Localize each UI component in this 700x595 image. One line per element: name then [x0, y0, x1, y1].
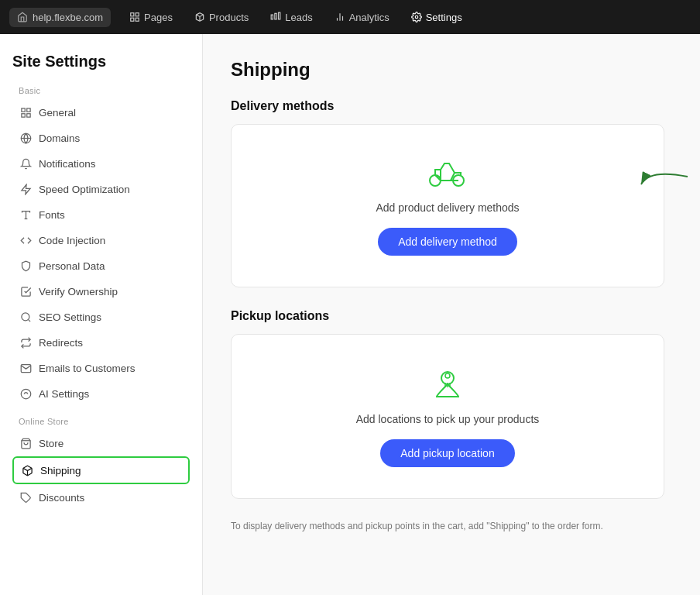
sidebar-item-shipping[interactable]: Shipping: [12, 456, 190, 484]
svg-rect-2: [136, 18, 139, 21]
sidebar-item-general[interactable]: General: [12, 100, 190, 125]
ai-icon: [19, 387, 33, 401]
products-icon: [194, 12, 205, 22]
sidebar-section-online-store: Online Store: [12, 417, 190, 426]
sidebar-item-domains[interactable]: Domains: [12, 126, 190, 150]
svg-marker-18: [21, 184, 29, 194]
delivery-methods-section: Delivery methods: [231, 99, 664, 287]
sidebar-item-label: Code Injection: [39, 235, 105, 246]
svg-rect-7: [279, 12, 280, 19]
sidebar-item-speed[interactable]: Speed Optimization: [12, 177, 190, 201]
pickup-card-text: Add locations to pick up your products: [356, 413, 540, 425]
svg-line-22: [28, 319, 30, 322]
sidebar-item-redirects[interactable]: Redirects: [12, 330, 190, 355]
bolt-icon: [19, 182, 33, 196]
delivery-card: Add product delivery methods Add deliver…: [231, 124, 664, 287]
check-square-icon: [19, 284, 33, 298]
pickup-section: Pickup locations Add locations to pick u…: [231, 309, 664, 499]
nav-leads[interactable]: Leads: [261, 8, 321, 27]
delivery-card-text: Add product delivery methods: [376, 201, 519, 214]
home-icon: [17, 12, 28, 22]
sidebar-item-label: SEO Settings: [39, 311, 101, 323]
redirect-icon: [19, 335, 33, 349]
footer-note: To display delivery methods and pickup p…: [231, 521, 664, 531]
sidebar-item-personal-data[interactable]: Personal Data: [12, 253, 190, 278]
sidebar-item-seo[interactable]: SEO Settings: [12, 304, 190, 329]
svg-point-21: [21, 312, 29, 320]
sidebar-item-label: Personal Data: [39, 260, 105, 272]
svg-point-26: [430, 175, 441, 186]
sidebar-item-label: Discounts: [39, 492, 84, 504]
sidebar-item-label: Redirects: [39, 337, 83, 349]
page-title: Shipping: [231, 59, 672, 81]
sidebar-item-label: General: [39, 107, 76, 119]
sidebar-item-label: Fonts: [39, 209, 65, 221]
domain-indicator: help.flexbe.com: [9, 8, 111, 27]
analytics-icon: [335, 12, 345, 22]
sidebar-item-store[interactable]: Store: [12, 431, 190, 456]
svg-rect-12: [21, 108, 24, 111]
svg-rect-6: [275, 13, 276, 19]
sidebar-item-ai[interactable]: AI Settings: [12, 381, 190, 406]
settings-icon: [411, 12, 422, 22]
svg-rect-13: [26, 108, 29, 111]
sidebar-section-basic: Basic: [12, 86, 190, 95]
main-layout: Site Settings Basic General Domains Noti…: [0, 34, 700, 595]
delivery-section-title: Delivery methods: [231, 99, 664, 113]
pickup-card: Add locations to pick up your products A…: [231, 334, 664, 499]
sidebar-item-verify[interactable]: Verify Ownership: [12, 279, 190, 304]
sidebar-item-fonts[interactable]: Fonts: [12, 202, 190, 227]
pages-icon: [129, 12, 140, 22]
svg-rect-0: [131, 13, 134, 16]
search-icon: [19, 310, 33, 324]
sidebar-item-code[interactable]: Code Injection: [12, 228, 190, 253]
sidebar-item-label: Emails to Customers: [39, 363, 136, 374]
sidebar-item-label: Verify Ownership: [39, 286, 118, 298]
shield-icon: [19, 259, 33, 273]
leads-icon: [270, 12, 281, 22]
domain-label: help.flexbe.com: [33, 12, 103, 23]
sidebar-item-discounts[interactable]: Discounts: [12, 485, 190, 510]
sidebar-item-label: Shipping: [40, 465, 81, 476]
sidebar-item-label: Speed Optimization: [39, 184, 130, 195]
svg-rect-14: [26, 113, 29, 116]
sidebar-item-notifications[interactable]: Notifications: [12, 151, 190, 176]
delivery-icon: [427, 156, 468, 191]
svg-rect-15: [21, 113, 24, 116]
globe-icon: [19, 131, 33, 145]
sidebar-item-label: Store: [39, 438, 63, 449]
add-delivery-method-button[interactable]: Add delivery method: [378, 228, 517, 256]
box-icon: [20, 463, 34, 477]
sidebar-item-label: Notifications: [39, 158, 96, 170]
add-pickup-location-button[interactable]: Add pickup location: [380, 439, 514, 467]
pickup-icon: [431, 366, 465, 402]
top-navigation: help.flexbe.com Pages Products Leads Ana…: [0, 0, 700, 34]
sidebar-item-emails[interactable]: Emails to Customers: [12, 356, 190, 380]
nav-analytics[interactable]: Analytics: [325, 8, 399, 27]
pickup-section-title: Pickup locations: [231, 309, 664, 323]
svg-point-11: [415, 15, 418, 19]
font-icon: [19, 208, 33, 222]
sidebar-title: Site Settings: [12, 53, 190, 71]
svg-point-30: [445, 373, 450, 378]
tag-icon: [19, 490, 33, 504]
main-content: Shipping Delivery methods: [203, 34, 700, 595]
code-icon: [19, 233, 33, 247]
mail-icon: [19, 361, 33, 375]
nav-products[interactable]: Products: [185, 8, 258, 27]
nav-pages[interactable]: Pages: [120, 8, 182, 27]
store-icon: [19, 436, 33, 450]
sidebar-item-label: AI Settings: [39, 388, 89, 400]
svg-rect-3: [131, 18, 134, 21]
svg-rect-5: [271, 15, 273, 19]
sidebar-item-label: Domains: [39, 132, 80, 144]
bell-icon: [19, 156, 33, 170]
sidebar: Site Settings Basic General Domains Noti…: [0, 34, 203, 595]
svg-rect-1: [136, 13, 139, 16]
nav-settings[interactable]: Settings: [402, 8, 472, 27]
grid-icon: [19, 105, 33, 119]
